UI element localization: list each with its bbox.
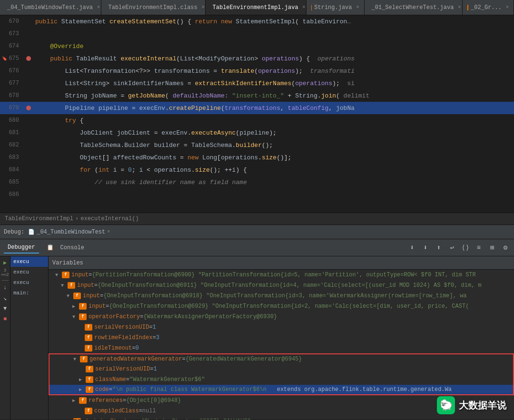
var-field-icon: f bbox=[79, 303, 87, 310]
frame-list: execu execu execu main: bbox=[10, 256, 49, 420]
var-expand-icon[interactable]: ▼ bbox=[61, 283, 68, 288]
frame-label: execu bbox=[13, 259, 29, 264]
var-row-chainingstrategy[interactable]: ▶ f chainingStrategy = {ChainingStrategy… bbox=[49, 416, 514, 420]
tab-02-gr[interactable]: _02_Gr... × bbox=[463, 0, 514, 15]
var-row-generatedwatermarkgenerator[interactable]: ▼ f generatedWatermarkGenerator = {Gener… bbox=[49, 353, 514, 364]
tab-tableenvironmentimpl-class[interactable]: TableEnvironmentImpl.class × bbox=[101, 0, 206, 15]
step-out-button[interactable]: ⬆ bbox=[434, 243, 444, 253]
var-field-icon: f bbox=[73, 418, 81, 420]
code-content-679: Pipeline pipeline = execEnv.createPipeli… bbox=[33, 105, 514, 112]
var-field-icon: f bbox=[85, 324, 92, 331]
var-field-icon: f bbox=[62, 272, 69, 278]
tab-close-icon[interactable]: × bbox=[202, 5, 205, 10]
var-expand-icon[interactable]: ▼ bbox=[55, 273, 62, 278]
evaluate-button[interactable]: ⟨⟩ bbox=[461, 243, 470, 253]
debug-title-label: Debug: bbox=[4, 229, 24, 235]
variables-pane: Variables ▼ f input = {PartitionTransfor… bbox=[49, 256, 514, 420]
tab-console[interactable]: Console bbox=[57, 243, 88, 253]
resume-button[interactable]: ▶ bbox=[1, 258, 10, 267]
var-field-icon: f bbox=[79, 397, 87, 404]
frames-button[interactable]: ≡ bbox=[474, 243, 484, 253]
tab-selectwheretest[interactable]: _01_SelectWhereTest.java × bbox=[365, 0, 463, 15]
var-expand-icon[interactable]: ▶ bbox=[67, 419, 73, 420]
debug-toolbar: Debugger 📋 Console ⬇ ⬇ ⬆ ↩ ⟨⟩ ≡ ⊞ ⚙ bbox=[0, 239, 514, 256]
var-expand-icon[interactable]: ▶ bbox=[72, 398, 79, 403]
tab-label: _02_Gr... bbox=[471, 4, 502, 11]
code-content-674: @Override bbox=[33, 43, 514, 50]
debug-area: Debug: 📄 _04_TumbleWindowTest × Debugger… bbox=[0, 225, 514, 420]
frame-item-execu-1[interactable]: execu bbox=[10, 267, 48, 277]
var-expand-icon[interactable]: ▶ bbox=[79, 377, 86, 382]
code-line-686: 686 bbox=[0, 188, 514, 201]
var-row-input-6918[interactable]: ▼ f input = {OneInputTransformation@6918… bbox=[49, 291, 514, 301]
tab-string-java[interactable]: String.java × bbox=[306, 0, 364, 15]
tab-close-icon[interactable]: × bbox=[506, 5, 509, 10]
stop-button[interactable]: ■ bbox=[1, 315, 10, 323]
step-into-button[interactable]: ⬇ bbox=[421, 243, 430, 253]
code-line-679: 679 Pipeline pipeline = execEnv.createPi… bbox=[0, 102, 514, 114]
code-content-675: public TableResult executeInternal(List<… bbox=[33, 55, 514, 62]
var-row-serialversionuid-1[interactable]: f serialVersionUID = 1 bbox=[49, 322, 514, 332]
tab-label: String.java bbox=[314, 4, 352, 11]
tab-close-icon[interactable]: × bbox=[458, 5, 461, 10]
debug-toolbar-icons: ⬇ ⬇ ⬆ ↩ ⟨⟩ ≡ ⊞ ⚙ bbox=[407, 243, 510, 253]
var-row-operatorfactory[interactable]: ▼ f operatorFactory = {WatermarkAssigner… bbox=[49, 312, 514, 322]
tab-close-icon[interactable]: × bbox=[303, 5, 306, 10]
frame-item-execu-0[interactable]: execu bbox=[10, 256, 48, 267]
breadcrumb-bar: TableEnvironmentImpl › executeInternal() bbox=[0, 213, 514, 225]
divider bbox=[2, 280, 9, 281]
code-content-684: for (int i = 0; i < operations.size(); +… bbox=[33, 166, 514, 174]
code-content-680: try { bbox=[33, 117, 514, 124]
watermark-icon: 🐑 bbox=[437, 396, 455, 414]
frame-item-execu-2[interactable]: execu bbox=[10, 277, 48, 288]
tabs-bar: _04_TumbleWindowTest.java × TableEnviron… bbox=[0, 0, 514, 15]
var-row-input-partition[interactable]: ▼ f input = {PartitionTransformation@690… bbox=[49, 270, 514, 280]
var-field-icon: f bbox=[85, 408, 92, 414]
line-number-674: 674 bbox=[0, 43, 24, 49]
code-line-674: 674 @Override bbox=[0, 40, 514, 52]
var-expand-icon[interactable]: ▼ bbox=[73, 357, 80, 362]
breadcrumb-method: executeInternal() bbox=[80, 215, 138, 222]
line-number-676: 676 bbox=[0, 68, 24, 74]
step-over-button[interactable]: ⬇ bbox=[407, 243, 417, 253]
tab-close-icon[interactable]: × bbox=[97, 5, 100, 10]
code-line-684: 684 for (int i = 0; i < operations.size(… bbox=[0, 164, 514, 176]
var-row-input-6911[interactable]: ▼ f input = {OneInputTransformation@6911… bbox=[49, 280, 514, 291]
run-to-cursor-button[interactable]: ↩ bbox=[447, 243, 457, 253]
watermark: 🐑 大数据羊说 bbox=[437, 396, 506, 414]
frame-label: main: bbox=[13, 290, 29, 296]
java-file-icon bbox=[311, 5, 312, 10]
tab-debugger[interactable]: Debugger bbox=[4, 242, 39, 254]
code-line-677: 677 List<String> sinkIdentifierNames = e… bbox=[0, 77, 514, 89]
code-content-683: Object[] affectedRowCounts = new Long[op… bbox=[33, 154, 514, 161]
var-expand-icon[interactable]: ▼ bbox=[67, 293, 73, 299]
var-row-code[interactable]: ▶ f code = "\n public final class Waterm… bbox=[49, 385, 514, 395]
breakpoint-675 bbox=[26, 56, 31, 61]
var-expand-icon[interactable]: ▶ bbox=[79, 387, 86, 392]
code-content-681: JobClient jobClient = execEnv.executeAsy… bbox=[33, 129, 514, 137]
line-number-679: 679 bbox=[0, 105, 24, 111]
debug-session-close-icon[interactable]: × bbox=[107, 229, 110, 234]
var-row-rowtimefieldindex[interactable]: f rowtimeFieldIndex = 3 bbox=[49, 332, 514, 343]
var-field-icon: f bbox=[85, 345, 92, 352]
step-into-left-button[interactable]: ↘ bbox=[1, 294, 10, 303]
frame-item-main[interactable]: main: bbox=[10, 288, 48, 298]
var-row-classname[interactable]: ▶ f className = "WatermarkGenerator$6" bbox=[49, 374, 514, 385]
code-line-675: 🔖 675 public TableResult executeInternal… bbox=[0, 52, 514, 65]
settings-button[interactable]: ⚙ bbox=[501, 243, 510, 253]
tab-close-icon[interactable]: × bbox=[356, 5, 359, 10]
var-row-serialversionuid-gen[interactable]: f serialVersionUID = 1 bbox=[49, 364, 514, 374]
var-field-icon: f bbox=[86, 386, 93, 393]
frame-label: execu bbox=[13, 280, 29, 285]
var-field-icon: f bbox=[68, 282, 75, 289]
tab-tumblewindowtest[interactable]: _04_TumbleWindowTest.java × bbox=[0, 0, 101, 15]
var-row-input-6929[interactable]: ▶ f input = {OneInputTransformation@6929… bbox=[49, 301, 514, 312]
code-content-682: TableSchema.Builder builder = TableSchem… bbox=[33, 142, 514, 149]
var-expand-icon[interactable]: ▼ bbox=[72, 314, 79, 320]
filter-button[interactable]: ▼ bbox=[1, 304, 10, 313]
var-row-idletimeout[interactable]: f idleTimeout = 0 bbox=[49, 343, 514, 353]
var-expand-icon[interactable]: ▶ bbox=[72, 303, 79, 309]
step-over-left-button[interactable]: ↓ bbox=[1, 283, 10, 292]
tab-tableenvironmentimpl-java[interactable]: TableEnvironmentImpl.java × bbox=[206, 0, 307, 15]
threads-button[interactable]: ⊞ bbox=[487, 243, 497, 253]
